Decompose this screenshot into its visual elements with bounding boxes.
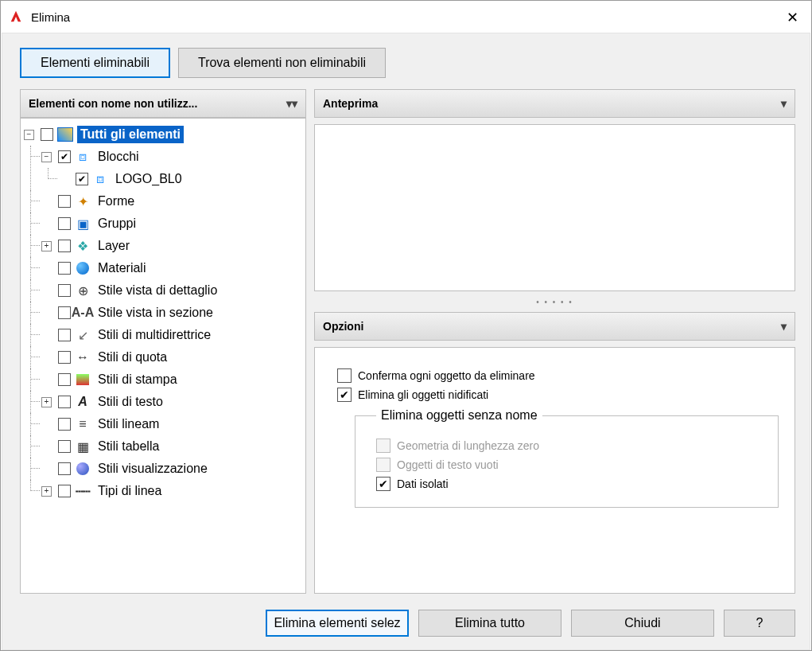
tree-root[interactable]: − Tutti gli elementi bbox=[24, 123, 302, 146]
tab-purgeable[interactable]: Elementi eliminabili bbox=[20, 48, 170, 78]
section-view-icon: A-A bbox=[74, 305, 91, 321]
purge-all-button[interactable]: Elimina tutto bbox=[418, 610, 561, 637]
checkbox[interactable] bbox=[58, 284, 71, 297]
block-icon: ⧈ bbox=[91, 171, 109, 187]
option-nested[interactable]: Elimina gli oggetti nidificati bbox=[337, 388, 779, 402]
checkbox[interactable] bbox=[376, 477, 390, 491]
fieldset-legend: Elimina oggetti senza nome bbox=[376, 408, 542, 423]
options-header[interactable]: Opzioni ▾ bbox=[314, 312, 795, 341]
option-label: Dati isolati bbox=[397, 478, 449, 490]
tree-item-materiali[interactable]: Materiali bbox=[41, 257, 302, 279]
checkbox[interactable] bbox=[58, 306, 71, 319]
tree-label[interactable]: Materiali bbox=[95, 259, 149, 277]
tree-label[interactable]: Stili di testo bbox=[95, 393, 166, 411]
checkbox[interactable] bbox=[58, 240, 71, 252]
checkbox[interactable] bbox=[76, 173, 88, 185]
checkbox[interactable] bbox=[58, 440, 71, 453]
tree-label[interactable]: LOGO_BL0 bbox=[112, 170, 185, 188]
checkbox[interactable] bbox=[58, 329, 71, 341]
tree-label[interactable]: Stile vista in sezione bbox=[95, 304, 216, 322]
preview-title: Anteprima bbox=[323, 97, 378, 110]
tree-item-forme[interactable]: ✦Forme bbox=[41, 190, 302, 212]
multileader-icon: ↙ bbox=[74, 327, 91, 343]
chevron-down-icon[interactable]: ▾ bbox=[781, 320, 787, 333]
options-body: Conferma ogni oggetto da eliminare Elimi… bbox=[314, 347, 795, 594]
close-button[interactable]: Chiudi bbox=[571, 610, 714, 637]
tree-item-multidirettrice[interactable]: ↙Stili di multidirettrice bbox=[41, 324, 302, 346]
checkbox[interactable] bbox=[58, 462, 71, 475]
tree-item-stampa[interactable]: Stili di stampa bbox=[41, 368, 302, 391]
checkbox[interactable] bbox=[337, 388, 352, 402]
purge-selected-button[interactable]: Elimina elementi selez bbox=[266, 610, 409, 637]
tree-item-lineam[interactable]: ≡Stili lineam bbox=[41, 413, 302, 435]
linetype-icon: ┄┄ bbox=[74, 483, 91, 499]
help-button[interactable]: ? bbox=[724, 610, 795, 637]
tree-item-stile-sezione[interactable]: A-AStile vista in sezione bbox=[41, 302, 302, 324]
checkbox[interactable] bbox=[58, 351, 71, 364]
layer-icon: ❖ bbox=[74, 238, 91, 254]
option-label: Conferma ogni oggetto da eliminare bbox=[358, 369, 535, 382]
checkbox[interactable] bbox=[58, 195, 71, 208]
tree-item-stile-dettaglio[interactable]: ⊕Stile vista di dettaglio bbox=[41, 279, 302, 302]
checkbox[interactable] bbox=[58, 373, 71, 386]
window-title: Elimina bbox=[31, 10, 70, 24]
checkbox bbox=[376, 458, 390, 472]
dimension-icon: ↔ bbox=[74, 349, 91, 365]
splitter[interactable]: • • • • • bbox=[314, 298, 795, 306]
tree-item-testo[interactable]: +AStili di testo bbox=[41, 391, 302, 413]
checkbox[interactable] bbox=[58, 396, 71, 408]
visual-style-icon bbox=[74, 461, 91, 477]
tree-label[interactable]: Blocchi bbox=[95, 148, 142, 166]
expander-icon[interactable]: + bbox=[41, 486, 52, 497]
tree-label[interactable]: Stili di stampa bbox=[95, 371, 181, 388]
checkbox[interactable] bbox=[58, 485, 71, 497]
tree-label[interactable]: Tutti gli elementi bbox=[77, 126, 184, 143]
tab-find-non-purgeable[interactable]: Trova elementi non eliminabili bbox=[178, 48, 386, 78]
option-confirm[interactable]: Conferma ogni oggetto da eliminare bbox=[337, 368, 779, 383]
checkbox[interactable] bbox=[58, 262, 71, 275]
tree-label[interactable]: Stili di multidirettrice bbox=[95, 326, 214, 344]
shape-icon: ✦ bbox=[74, 193, 91, 209]
group-icon: ▣ bbox=[74, 216, 91, 232]
checkbox[interactable] bbox=[58, 150, 71, 163]
chevron-down-icon[interactable]: ▾▾ bbox=[286, 97, 297, 110]
tree-item-tipi-linea[interactable]: +┄┄Tipi di linea bbox=[41, 480, 302, 502]
expander-icon[interactable]: + bbox=[41, 397, 52, 407]
table-style-icon: ▦ bbox=[74, 439, 91, 454]
checkbox[interactable] bbox=[58, 217, 71, 230]
tree-label[interactable]: Layer bbox=[95, 237, 133, 255]
expander-icon[interactable]: − bbox=[41, 152, 52, 162]
expander-icon[interactable]: + bbox=[41, 241, 52, 251]
expander-icon[interactable]: − bbox=[24, 130, 34, 140]
tree-label[interactable]: Stili lineam bbox=[95, 415, 162, 433]
option-orphan[interactable]: Dati isolati bbox=[376, 477, 767, 491]
tree-item-layer[interactable]: +❖Layer bbox=[41, 235, 302, 257]
checkbox[interactable] bbox=[41, 128, 53, 141]
tree-item-gruppi[interactable]: ▣Gruppi bbox=[41, 212, 302, 235]
tree-item-quota[interactable]: ↔Stili di quota bbox=[41, 346, 302, 368]
tree-item-visualizzazione[interactable]: Stili visualizzazione bbox=[41, 458, 302, 480]
left-panel-title: Elementi con nome non utilizz... bbox=[29, 97, 197, 110]
tree-label[interactable]: Stili visualizzazione bbox=[95, 460, 211, 478]
close-icon[interactable]: ✕ bbox=[787, 9, 798, 26]
tree-label[interactable]: Forme bbox=[95, 193, 138, 210]
tree-item-logo[interactable]: ⧈ LOGO_BL0 bbox=[59, 168, 302, 190]
tree-item-tabella[interactable]: ▦Stili tabella bbox=[41, 435, 302, 458]
all-items-icon bbox=[57, 127, 73, 142]
tree[interactable]: − Tutti gli elementi − bbox=[24, 123, 302, 502]
app-icon bbox=[9, 10, 23, 24]
tree-label[interactable]: Stili tabella bbox=[95, 438, 162, 455]
tree-label[interactable]: Tipi di linea bbox=[95, 482, 165, 500]
tree-label[interactable]: Stile vista di dettaglio bbox=[95, 282, 220, 299]
tree-item-blocchi[interactable]: − ⧈ Blocchi bbox=[41, 146, 302, 168]
title-bar: Elimina ✕ bbox=[1, 1, 811, 33]
checkbox[interactable] bbox=[58, 418, 71, 431]
tree-label[interactable]: Gruppi bbox=[95, 215, 139, 232]
checkbox[interactable] bbox=[337, 368, 352, 383]
left-panel-header[interactable]: Elementi con nome non utilizz... ▾▾ bbox=[20, 89, 306, 118]
option-label: Geometria di lunghezza zero bbox=[397, 439, 539, 452]
tree-label[interactable]: Stili di quota bbox=[95, 349, 170, 366]
preview-header[interactable]: Anteprima ▾ bbox=[314, 89, 795, 118]
checkbox bbox=[376, 439, 390, 453]
chevron-down-icon[interactable]: ▾ bbox=[781, 97, 787, 110]
